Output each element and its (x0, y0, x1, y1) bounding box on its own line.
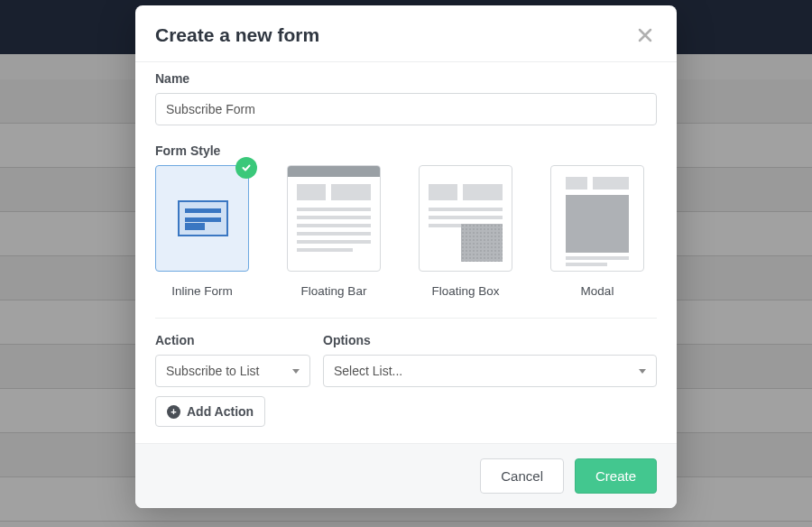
divider (155, 318, 657, 319)
inline-form-icon (155, 165, 249, 272)
style-card-inline-form[interactable]: Inline Form (155, 165, 249, 298)
create-form-modal: Create a new form Name Form Style Inline… (135, 5, 677, 508)
style-label-floating-box: Floating Box (431, 284, 499, 298)
plus-circle-icon: + (167, 405, 180, 419)
chevron-down-icon (292, 369, 300, 374)
chevron-down-icon (639, 369, 646, 374)
add-action-label: Add Action (187, 404, 254, 419)
create-button[interactable]: Create (575, 458, 657, 494)
options-select-value: Select List... (334, 364, 402, 378)
style-label-inline: Inline Form (171, 284, 233, 298)
action-row: Action Subscribe to List Options Select … (155, 333, 657, 387)
modal-body: Name Form Style Inline Form (135, 61, 677, 443)
modal-header: Create a new form (135, 5, 677, 61)
style-label-modal: Modal (581, 284, 614, 298)
modal-footer: Cancel Create (135, 443, 677, 508)
modal-style-icon (550, 165, 644, 272)
action-label: Action (155, 333, 310, 347)
form-style-grid: Inline Form Floating Bar (155, 165, 657, 298)
cancel-button[interactable]: Cancel (480, 458, 564, 494)
name-input[interactable] (155, 93, 657, 125)
style-card-modal[interactable]: Modal (550, 165, 644, 298)
style-card-floating-bar[interactable]: Floating Bar (287, 165, 381, 298)
check-icon (235, 157, 257, 179)
floating-bar-icon (287, 165, 381, 272)
form-style-label: Form Style (155, 143, 657, 158)
action-select-value: Subscribe to List (166, 364, 260, 378)
options-select[interactable]: Select List... (323, 355, 657, 387)
add-action-button[interactable]: + Add Action (155, 396, 265, 427)
name-label: Name (155, 71, 657, 86)
floating-box-icon (419, 165, 512, 272)
modal-title: Create a new form (155, 24, 319, 46)
close-icon[interactable] (633, 23, 657, 47)
style-card-floating-box[interactable]: Floating Box (419, 165, 512, 298)
style-label-floating-bar: Floating Bar (301, 284, 367, 298)
action-select[interactable]: Subscribe to List (155, 355, 310, 387)
options-label: Options (323, 333, 657, 347)
